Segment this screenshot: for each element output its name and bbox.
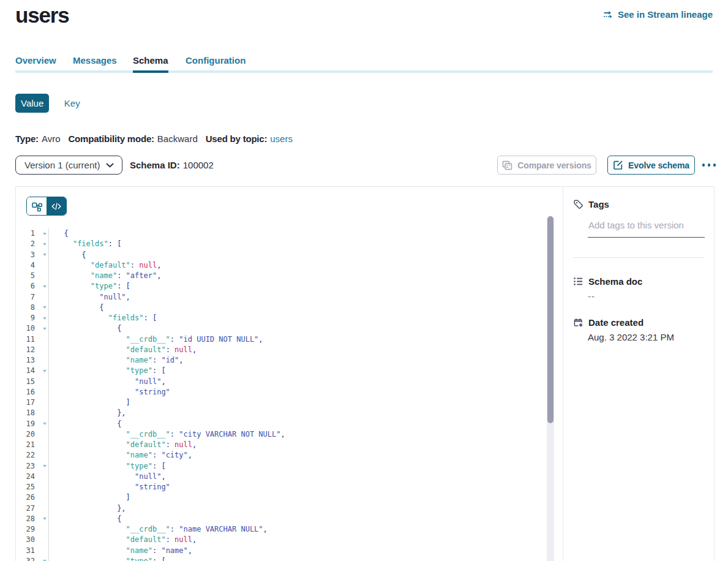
code-view-icon (51, 201, 62, 212)
code-line: 26 ] (16, 492, 563, 503)
code-line: 4 "default": null, (16, 260, 563, 271)
fold-caret (35, 535, 48, 545)
code-text: "type": [ (49, 461, 166, 472)
fold-caret (35, 292, 48, 303)
evolve-schema-button[interactable]: Evolve schema (607, 156, 695, 175)
tags-title: Tags (588, 199, 609, 209)
compare-versions-button[interactable]: Compare versions (497, 156, 596, 175)
fold-caret-icon (43, 328, 47, 330)
fold-caret (35, 271, 48, 281)
tab-messages[interactable]: Messages (73, 56, 117, 66)
fold-caret[interactable] (35, 461, 48, 472)
code-text: "__crdb__": "name VARCHAR NULL", (49, 524, 268, 535)
fold-caret[interactable] (35, 366, 48, 376)
code-line: 28 { (16, 514, 563, 524)
code-line: 22 "name": "city", (16, 450, 563, 461)
fold-caret[interactable] (35, 313, 48, 323)
code-line: 23 "type": [ (16, 461, 563, 472)
code-scrollbar[interactable] (547, 216, 554, 561)
topic-link[interactable]: users (270, 134, 293, 144)
tab-overview[interactable]: Overview (15, 56, 56, 66)
code-text: }, (49, 408, 126, 418)
fold-caret (35, 387, 48, 397)
more-actions-button[interactable] (696, 156, 722, 175)
fold-caret-icon (43, 254, 47, 256)
tags-input[interactable] (588, 220, 705, 238)
line-number: 6 (16, 281, 35, 292)
code-view-button[interactable] (47, 197, 66, 215)
compare-versions-icon (502, 160, 512, 170)
line-number: 17 (16, 397, 35, 408)
code-line: 6 "type": [ (16, 281, 563, 292)
stream-lineage-label: See in Stream lineage (618, 9, 713, 20)
code-text: { (49, 514, 121, 524)
fold-caret (35, 524, 48, 535)
code-scrollbar-thumb[interactable] (547, 216, 554, 423)
tree-view-button[interactable] (27, 197, 47, 215)
evolve-schema-icon (613, 160, 623, 170)
fold-caret-icon (43, 518, 47, 520)
fold-caret-icon (43, 285, 47, 288)
version-select[interactable]: Version 1 (current) (15, 156, 122, 175)
key-tab-button[interactable]: Key (55, 94, 89, 113)
code-line: 2 "fields": [ (16, 239, 563, 249)
fold-caret-icon (43, 423, 47, 425)
fold-caret[interactable] (35, 556, 48, 561)
code-text: "type": [ (49, 281, 130, 292)
fold-caret[interactable] (35, 303, 48, 313)
code-text: "name": "city", (49, 450, 192, 461)
tab-schema[interactable]: Schema (133, 56, 168, 66)
fold-caret[interactable] (35, 514, 48, 524)
fold-caret (35, 260, 48, 271)
line-number: 2 (16, 239, 35, 249)
code-text: ] (49, 492, 130, 503)
fold-caret[interactable] (35, 281, 48, 292)
page-title: users (15, 3, 69, 28)
code-line: 5 "name": "after", (16, 271, 563, 281)
code-text: ] (49, 397, 130, 408)
line-number: 15 (16, 377, 35, 387)
fold-caret[interactable] (35, 239, 48, 249)
stream-lineage-icon (603, 10, 614, 20)
fold-caret[interactable] (35, 228, 48, 239)
code-line: 32 "type": [ (16, 556, 563, 561)
fold-caret[interactable] (35, 250, 48, 260)
code-text: { (49, 303, 103, 313)
schema-page: users See in Stream lineage Overview Mes… (0, 0, 728, 561)
stream-lineage-link[interactable]: See in Stream lineage (603, 9, 713, 20)
code-text: "name": "id", (49, 355, 184, 366)
line-number: 5 (16, 271, 35, 281)
code-text: "string" (49, 387, 170, 397)
tree-view-icon (31, 201, 42, 212)
code-text: { (49, 419, 121, 429)
compare-versions-label: Compare versions (517, 160, 591, 170)
code-line: 31 "name": "name", (16, 546, 563, 556)
code-line: 12 "default": null, (16, 345, 563, 355)
code-line: 20 "__crdb__": "city VARCHAR NOT NULL", (16, 429, 563, 440)
tab-configuration[interactable]: Configuration (186, 56, 246, 66)
code-text: "type": [ (49, 556, 166, 561)
schema-code-area: 1 {2 "fields": [3 {4 "default": null,5 "… (16, 187, 563, 561)
fold-caret (35, 450, 48, 461)
used-by-topic: Used by topic:users (206, 134, 293, 144)
code-text: "name": "after", (49, 271, 161, 281)
compatibility-mode: Compatibility mode:Backward (68, 134, 197, 144)
fold-caret (35, 334, 48, 345)
view-mode-toggle (26, 197, 67, 216)
sidebar-divider (573, 257, 704, 258)
code-line: 10 { (16, 323, 563, 334)
code-line: 25 "string" (16, 482, 563, 492)
fold-caret[interactable] (35, 419, 48, 429)
code-line: 18 }, (16, 408, 563, 418)
code-editor[interactable]: 1 {2 "fields": [3 {4 "default": null,5 "… (16, 228, 563, 561)
line-number: 26 (16, 492, 35, 503)
code-text: "null", (49, 292, 130, 303)
code-text: "null", (49, 472, 166, 482)
schema-doc-value: -- (588, 291, 704, 301)
code-text: { (49, 228, 69, 239)
value-tab-button[interactable]: Value (15, 94, 49, 113)
fold-caret[interactable] (35, 323, 48, 334)
schema-panel: 1 {2 "fields": [3 {4 "default": null,5 "… (15, 186, 715, 561)
code-line: 27 }, (16, 503, 563, 514)
line-number: 24 (16, 472, 35, 482)
